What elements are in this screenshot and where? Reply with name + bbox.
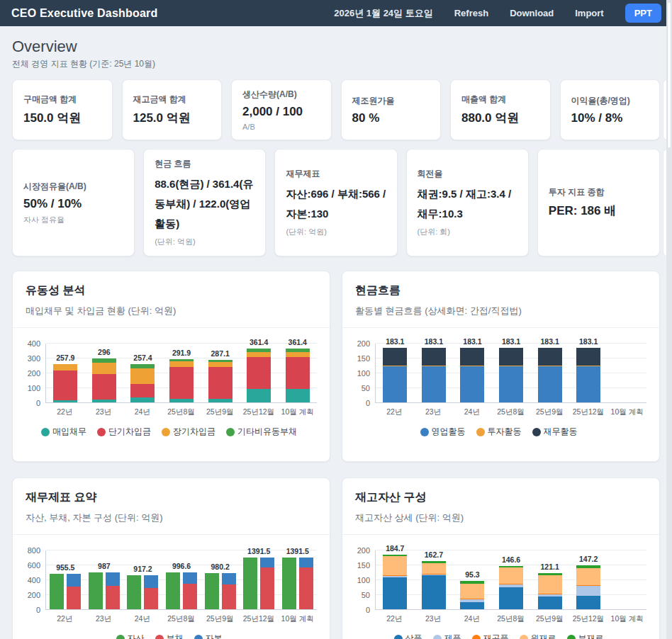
- bar-segment-영업활동[interactable]: [460, 366, 484, 402]
- refresh-button[interactable]: Refresh: [454, 8, 488, 18]
- kpi-value: 80 %: [352, 111, 430, 125]
- bar-segment-자산[interactable]: [166, 572, 180, 609]
- bar-segment-장기차입금[interactable]: [169, 361, 194, 367]
- legend-item-자산[interactable]: 자산: [116, 633, 145, 639]
- bar-segment-원재료[interactable]: [422, 563, 446, 574]
- bar-segment-재무활동[interactable]: [460, 348, 484, 366]
- bar-segment-부채[interactable]: [67, 587, 81, 609]
- bar-segment-매입채무[interactable]: [130, 397, 155, 402]
- y-tick-label: 0: [366, 606, 370, 614]
- bar-segment-자산[interactable]: [243, 558, 257, 609]
- legend-item-자본[interactable]: 자본: [194, 633, 223, 639]
- legend-item-기타비유동부채[interactable]: 기타비유동부채: [226, 426, 297, 438]
- bar-segment-자산[interactable]: [282, 558, 296, 609]
- bar-segment-상품[interactable]: [576, 596, 600, 609]
- bar-segment-자본[interactable]: [106, 572, 120, 585]
- legend-item-제품[interactable]: 제품: [433, 633, 461, 639]
- bar-segment-자본[interactable]: [222, 573, 236, 584]
- bar-segment-매입채무[interactable]: [247, 389, 271, 402]
- bar-segment-자산[interactable]: [89, 572, 103, 609]
- bar-segment-장기차입금[interactable]: [92, 363, 116, 375]
- bar-segment-상품[interactable]: [422, 575, 446, 609]
- bar-segment-단기차입금[interactable]: [130, 384, 155, 397]
- bar-segment-부채[interactable]: [222, 584, 236, 609]
- bar-segment-제품[interactable]: [576, 586, 600, 596]
- bar-segment-자본[interactable]: [144, 575, 158, 588]
- bar-segment-단기차입금[interactable]: [247, 357, 271, 389]
- bar-segment-부채[interactable]: [144, 588, 158, 609]
- legend-item-부재료[interactable]: 부재료: [567, 633, 604, 639]
- bar-segment-자산[interactable]: [50, 574, 64, 609]
- legend-item-재공품[interactable]: 재공품: [472, 633, 509, 639]
- bar-segment-부채[interactable]: [183, 584, 197, 609]
- bar-segment-재무활동[interactable]: [422, 348, 446, 366]
- bar-segment-단기차입금[interactable]: [169, 367, 194, 399]
- bar-segment-영업활동[interactable]: [538, 366, 562, 402]
- kpi-card-cost-ratio: 제조원가율 80 %: [341, 79, 442, 140]
- legend-item-상품[interactable]: 상품: [394, 633, 422, 639]
- bar-segment-상품[interactable]: [383, 577, 407, 609]
- kpi-label: 제조원가율: [352, 95, 430, 107]
- bar-segment-자본[interactable]: [299, 558, 313, 567]
- legend-item-단기차입금[interactable]: 단기차입금: [97, 426, 151, 438]
- bar-segment-영업활동[interactable]: [383, 366, 407, 402]
- import-button[interactable]: Import: [575, 8, 603, 18]
- bar-segment-부채[interactable]: [260, 567, 274, 609]
- bar-segment-부채[interactable]: [299, 567, 313, 609]
- download-button[interactable]: Download: [510, 8, 554, 18]
- vertical-scrollbar[interactable]: [666, 0, 672, 639]
- legend-item-장기차입금[interactable]: 장기차입금: [162, 426, 215, 438]
- bar-segment-상품[interactable]: [538, 596, 562, 609]
- bar-segment-영업활동[interactable]: [576, 366, 600, 402]
- bar: [127, 575, 141, 609]
- legend-item-원재료[interactable]: 원재료: [520, 633, 556, 639]
- bar-segment-매입채무[interactable]: [53, 400, 77, 402]
- legend-item-투자활동[interactable]: 투자활동: [476, 426, 522, 438]
- bar-segment-단기차입금[interactable]: [92, 374, 116, 400]
- bar: [166, 572, 180, 609]
- bar-segment-부채[interactable]: [106, 586, 120, 609]
- bar-segment-매입채무[interactable]: [92, 400, 116, 402]
- legend-dot: [520, 635, 528, 639]
- bar-segment-자산[interactable]: [205, 573, 219, 609]
- bar-segment-장기차입금[interactable]: [286, 352, 310, 357]
- legend-item-부채[interactable]: 부채: [155, 633, 184, 639]
- bar-segment-원재료[interactable]: [576, 568, 600, 585]
- bar-segment-원재료[interactable]: [460, 584, 484, 599]
- bar-segment-영업활동[interactable]: [499, 366, 523, 402]
- bar-segment-단기차입금[interactable]: [286, 357, 310, 389]
- bar-segment-단기차입금[interactable]: [208, 367, 233, 399]
- bar-segment-자본[interactable]: [260, 558, 274, 567]
- bar-segment-재무활동[interactable]: [576, 348, 600, 366]
- bar: [53, 364, 77, 402]
- bar-segment-매입채무[interactable]: [208, 399, 233, 402]
- legend-item-재무활동[interactable]: 재무활동: [532, 426, 578, 438]
- legend-label: 투자활동: [488, 426, 522, 438]
- bar-segment-매입채무[interactable]: [169, 399, 194, 402]
- bar-segment-상품[interactable]: [460, 602, 484, 610]
- plot-area: 955.5987917.2996.6980.21391.51391.5: [45, 550, 317, 610]
- bar-segment-영업활동[interactable]: [422, 366, 446, 402]
- bar-segment-장기차입금[interactable]: [247, 352, 271, 357]
- bar-segment-재무활동[interactable]: [538, 348, 562, 366]
- bar-segment-원재료[interactable]: [383, 556, 407, 575]
- legend-item-영업활동[interactable]: 영업활동: [420, 426, 466, 438]
- bar-segment-재무활동[interactable]: [499, 348, 523, 366]
- bar-segment-장기차입금[interactable]: [208, 362, 233, 367]
- bar-segment-장기차입금[interactable]: [53, 364, 77, 371]
- bar-segment-상품[interactable]: [499, 587, 523, 610]
- y-tick-label: 150: [357, 354, 370, 363]
- bar-segment-자산[interactable]: [127, 575, 141, 609]
- legend-dot: [476, 428, 485, 436]
- ppt-export-button[interactable]: PPT: [625, 4, 661, 23]
- legend-item-매입채무[interactable]: 매입채무: [41, 426, 86, 438]
- bar-segment-원재료[interactable]: [499, 567, 523, 584]
- bar-segment-매입채무[interactable]: [286, 389, 310, 402]
- bar-segment-원재료[interactable]: [538, 575, 562, 594]
- bar-segment-자본[interactable]: [183, 572, 197, 584]
- bar-segment-재무활동[interactable]: [383, 348, 407, 366]
- bar-segment-장기차입금[interactable]: [130, 368, 155, 384]
- bar-segment-단기차입금[interactable]: [53, 371, 77, 400]
- bar-segment-자본[interactable]: [67, 574, 81, 587]
- scrollbar-thumb[interactable]: [667, 1, 671, 149]
